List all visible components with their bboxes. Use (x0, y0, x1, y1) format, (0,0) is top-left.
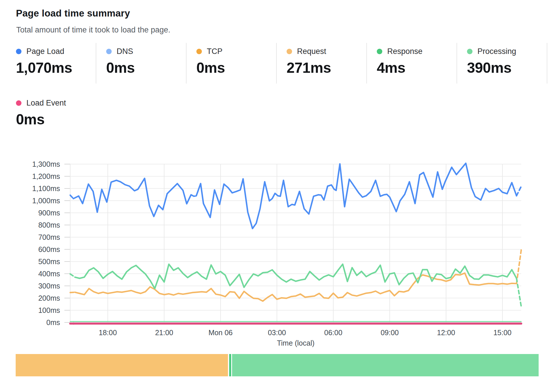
timeline-segment-ok[interactable] (229, 354, 231, 376)
load-time-line-chart[interactable]: 0ms100ms200ms300ms400ms500ms600ms700ms80… (0, 0, 554, 392)
x-axis-tick-label: 18:00 (99, 329, 117, 337)
y-axis-tick-label: 1,100ms (32, 184, 60, 193)
y-axis-tick-label: 1,200ms (32, 172, 60, 180)
y-axis-tick-label: 300ms (38, 282, 60, 290)
timeline-segment-degraded[interactable] (16, 354, 228, 376)
y-axis-tick-label: 200ms (38, 294, 60, 302)
x-axis-tick-label: 15:00 (493, 329, 512, 337)
y-axis-tick-label: 700ms (38, 233, 60, 241)
y-axis-tick-label: 800ms (38, 221, 60, 229)
x-axis-tick-label: 21:00 (155, 329, 173, 337)
x-axis-tick-label: 06:00 (324, 329, 343, 337)
x-axis-tick-label: 12:00 (437, 329, 455, 337)
x-axis-tick-label: Mon 06 (209, 329, 233, 337)
y-axis-tick-label: 1,300ms (32, 160, 60, 168)
series-dashed-edge (70, 274, 75, 277)
series-dashed-edge (517, 186, 521, 196)
x-axis-tick-label: 09:00 (381, 329, 399, 337)
timeline-segment-ok[interactable] (232, 354, 539, 376)
x-axis-title: Time (local) (277, 339, 315, 347)
y-axis-tick-label: 600ms (38, 245, 60, 253)
series-line-page-load (73, 163, 517, 228)
status-timeline-bar (16, 354, 539, 376)
x-axis-tick-label: 03:00 (268, 329, 286, 337)
y-axis-tick-label: 500ms (38, 257, 60, 266)
y-axis-tick-label: 900ms (38, 209, 60, 217)
series-line-processing (75, 264, 517, 288)
y-axis-tick-label: 100ms (38, 306, 60, 314)
y-axis-tick-label: 0ms (46, 318, 60, 326)
y-axis-tick-label: 1,000ms (32, 197, 60, 205)
y-axis-tick-label: 400ms (38, 270, 60, 278)
